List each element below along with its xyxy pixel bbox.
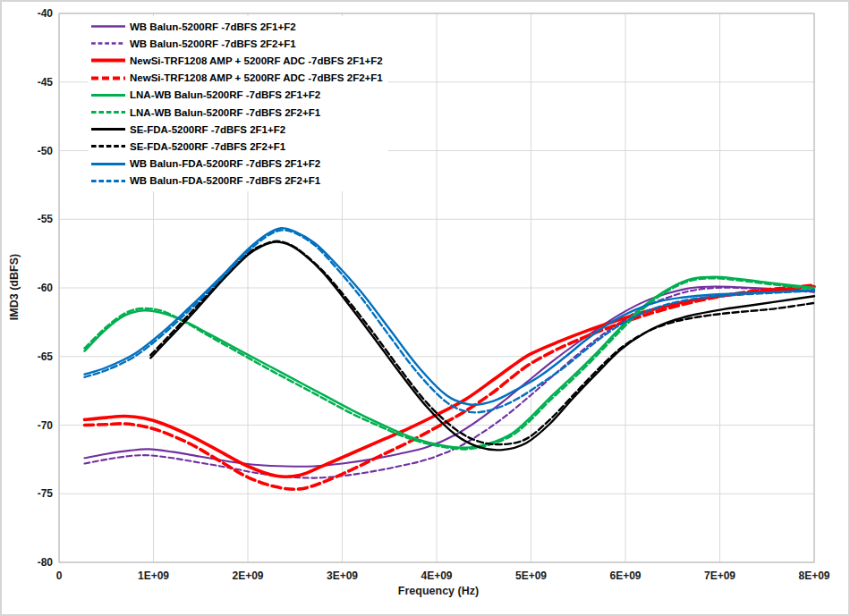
x-tick-label: 8E+09: [798, 570, 829, 582]
y-tick-label: -60: [38, 282, 54, 294]
legend-item: SE-FDA-5200RF -7dBFS 2F1+F2: [91, 121, 383, 138]
y-tick-label: -50: [38, 145, 54, 157]
legend-line-sample: [91, 58, 125, 63]
series-line: [150, 241, 814, 444]
series-line: [150, 242, 814, 451]
legend-label: LNA-WB Balun-5200RF -7dBFS 2F2+F1: [130, 107, 320, 118]
y-tick-label: -75: [38, 487, 54, 500]
legend-item: NewSi-TRF1208 AMP + 5200RF ADC -7dBFS 2F…: [91, 52, 383, 69]
x-tick-label: 4E+09: [421, 570, 452, 582]
legend-item: NewSi-TRF1208 AMP + 5200RF ADC -7dBFS 2F…: [91, 70, 383, 87]
x-tick-label: 5E+09: [515, 570, 547, 582]
x-tick-label: 3E+09: [327, 570, 358, 582]
y-tick-label: -70: [38, 419, 54, 432]
x-tick-label: 6E+09: [609, 570, 641, 582]
y-tick-label: -65: [38, 350, 54, 363]
legend-item: WB Balun-FDA-5200RF -7dBFS 2F2+F1: [91, 173, 383, 190]
legend-item: LNA-WB Balun-5200RF -7dBFS 2F2+F1: [91, 104, 383, 121]
y-tick-label: -55: [38, 213, 54, 225]
legend-line-sample: [91, 179, 125, 183]
legend-line-sample: [91, 127, 125, 131]
legend-label: NewSi-TRF1208 AMP + 5200RF ADC -7dBFS 2F…: [130, 55, 383, 66]
y-tick-label: -45: [38, 76, 54, 89]
legend-label: WB Balun-5200RF -7dBFS 2F2+F1: [130, 38, 296, 49]
chart-legend: WB Balun-5200RF -7dBFS 2F1+F2WB Balun-52…: [88, 16, 388, 191]
legend-line-sample: [91, 162, 125, 166]
legend-label: LNA-WB Balun-5200RF -7dBFS 2F1+F2: [130, 89, 320, 100]
legend-label: SE-FDA-5200RF -7dBFS 2F1+F2: [130, 124, 285, 135]
legend-item: SE-FDA-5200RF -7dBFS 2F2+F1: [91, 138, 383, 155]
legend-item: LNA-WB Balun-5200RF -7dBFS 2F1+F2: [91, 87, 383, 104]
y-tick-label: -80: [38, 556, 54, 569]
series-line: [85, 230, 815, 412]
legend-line-sample: [91, 41, 125, 46]
legend-label: NewSi-TRF1208 AMP + 5200RF ADC -7dBFS 2F…: [130, 72, 383, 83]
legend-label: WB Balun-5200RF -7dBFS 2F1+F2: [130, 21, 296, 32]
legend-line-sample: [91, 93, 125, 97]
legend-label: WB Balun-FDA-5200RF -7dBFS 2F1+F2: [130, 158, 320, 169]
x-tick-label: 2E+09: [232, 570, 263, 582]
legend-item: WB Balun-5200RF -7dBFS 2F1+F2: [91, 18, 383, 35]
legend-label: SE-FDA-5200RF -7dBFS 2F2+F1: [130, 141, 285, 152]
legend-line-sample: [91, 144, 125, 148]
legend-line-sample: [91, 24, 125, 29]
y-tick-label: -40: [38, 7, 54, 20]
imd3-vs-frequency-chart: 01E+092E+093E+094E+095E+096E+097E+098E+0…: [0, 0, 850, 616]
legend-label: WB Balun-FDA-5200RF -7dBFS 2F2+F1: [130, 175, 320, 186]
x-axis-title: Frequency (Hz): [61, 585, 816, 597]
legend-item: WB Balun-5200RF -7dBFS 2F2+F1: [91, 35, 383, 52]
x-tick-label: 0: [56, 570, 63, 582]
x-tick-label: 7E+09: [704, 570, 735, 582]
legend-line-sample: [91, 76, 125, 80]
legend-item: WB Balun-FDA-5200RF -7dBFS 2F1+F2: [91, 156, 383, 173]
x-tick-label: 1E+09: [138, 570, 169, 582]
y-axis-title: IMD3 (dBFS): [8, 144, 21, 430]
legend-line-sample: [91, 110, 125, 114]
